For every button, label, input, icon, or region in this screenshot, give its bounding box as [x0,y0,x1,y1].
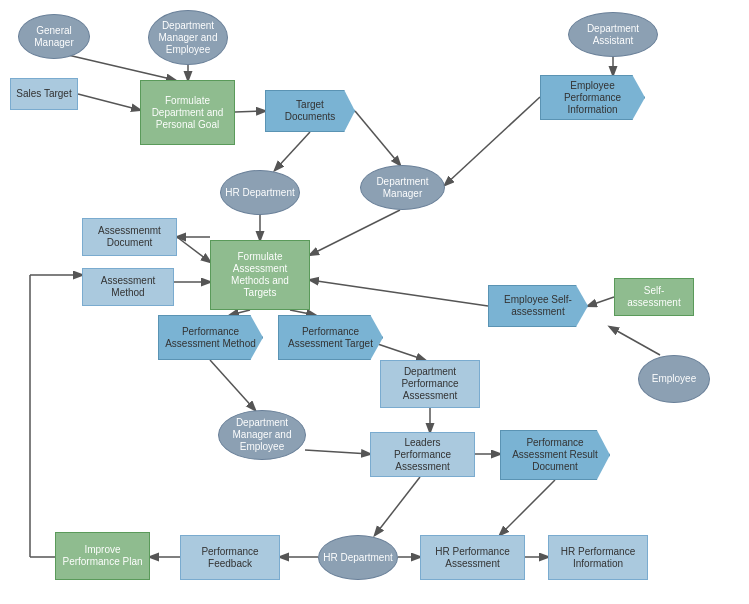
dept-manager: Department Manager [360,165,445,210]
hr-department2: HR Department [318,535,398,580]
employee: Employee [638,355,710,403]
dept_mgr_emp2-label: Department Manager and Employee [223,417,301,453]
dept_mgr_emp1-label: Department Manager and Employee [153,20,223,56]
self_assessment-label: Self-assessment [619,285,689,309]
self-assessment: Self-assessment [614,278,694,316]
formulate_dept-label: Formulate Department and Personal Goal [145,95,230,131]
svg-line-5 [355,111,400,165]
dept-assistant: Department Assistant [568,12,658,57]
perf-assess-method: Performance Assessment Method [158,315,263,360]
hr-perf-assess: HR Performance Assessment [420,535,525,580]
perf_assess_method-label: Performance Assessment Method [163,326,258,350]
hr_perf_assess-label: HR Performance Assessment [425,546,520,570]
improve-plan: Improve Performance Plan [55,532,150,580]
hr-perf-info: HR Performance Information [548,535,648,580]
svg-line-0 [78,94,140,110]
hr_department2-label: HR Department [323,552,392,564]
svg-line-12 [230,310,250,315]
formulate-assess: Formulate Assessment Methods and Targets [210,240,310,310]
svg-line-4 [275,132,310,170]
sales-target: Sales Target [10,78,78,110]
sales_target-label: Sales Target [16,88,71,100]
improve_plan-label: Improve Performance Plan [60,544,145,568]
formulate_assess-label: Formulate Assessment Methods and Targets [215,251,305,299]
dept_perf_assess-label: Department Performance Assessment [385,366,475,402]
perf_result_doc-label: Performance Assessment Result Document [505,437,605,473]
svg-line-10 [177,237,210,262]
dept_manager-label: Department Manager [365,176,440,200]
leaders_perf-label: Leaders Performance Assessment [375,437,470,473]
perf_assess_target-label: Performance Assessment Target [283,326,378,350]
assessment-method: Assessment Method [82,268,174,306]
svg-line-7 [445,97,540,185]
perf_feedback-label: Performance Feedback [185,546,275,570]
dept_assistant-label: Department Assistant [573,23,653,47]
svg-line-22 [500,480,555,535]
assessment_doc-label: Assessmenmt Document [87,225,172,249]
svg-line-14 [588,297,614,306]
svg-line-17 [210,360,255,410]
emp_self_assess-label: Employee Self-assessment [493,294,583,318]
perf-result-doc: Performance Assessment Result Document [500,430,610,480]
svg-line-1 [55,52,175,80]
assessment-doc: Assessmenmt Document [82,218,177,256]
emp-perf-info: Employee Performance Information [540,75,645,120]
svg-line-23 [375,477,420,535]
svg-line-9 [310,210,400,255]
dept-perf-assess: Department Performance Assessment [380,360,480,408]
target_docs-label: Target Documents [270,99,350,123]
perf-feedback: Performance Feedback [180,535,280,580]
target-docs: Target Documents [265,90,355,132]
formulate-dept: Formulate Department and Personal Goal [140,80,235,145]
emp-self-assess: Employee Self-assessment [488,285,588,327]
svg-line-19 [305,450,370,454]
assessment_method-label: Assessment Method [87,275,169,299]
perf-assess-target: Performance Assessment Target [278,315,383,360]
dept-mgr-emp1: Department Manager and Employee [148,10,228,65]
general_manager-label: General Manager [23,25,85,49]
hr_department1-label: HR Department [225,187,294,199]
dept-mgr-emp2: Department Manager and Employee [218,410,306,460]
svg-line-13 [290,310,315,315]
general-manager: General Manager [18,14,90,59]
svg-line-16 [310,280,488,306]
hr-department1: HR Department [220,170,300,215]
employee-label: Employee [652,373,696,385]
diagram: General ManagerDepartment Manager and Em… [0,0,749,604]
emp_perf_info-label: Employee Performance Information [545,80,640,116]
svg-line-3 [235,111,265,112]
svg-line-15 [610,327,660,355]
leaders-perf: Leaders Performance Assessment [370,432,475,477]
hr_perf_info-label: HR Performance Information [553,546,643,570]
